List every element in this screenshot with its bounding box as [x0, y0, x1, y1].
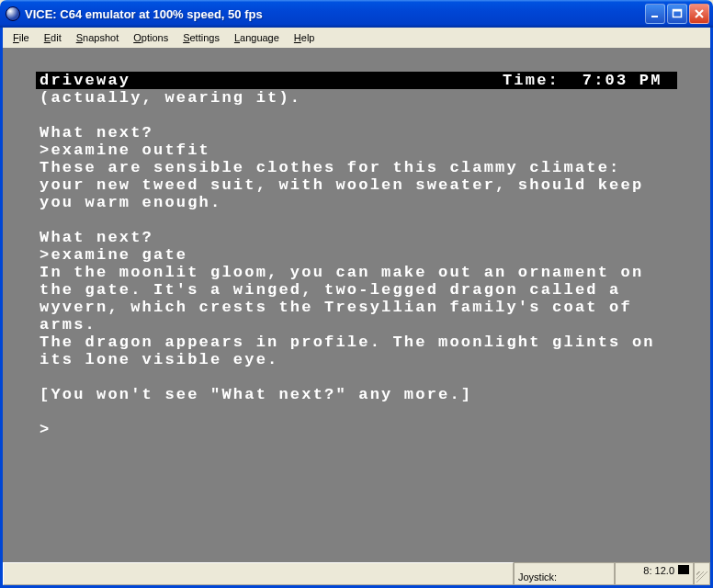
menu-item-language[interactable]: Language [227, 30, 287, 45]
game-text-line: >examine gate [36, 246, 677, 264]
c64-screen: driveway Time: 7:03 PM (actually, wearin… [36, 72, 677, 438]
statusbar-spacer [3, 562, 514, 585]
app-icon [6, 6, 20, 21]
game-text-line: [You won't see "What next?" any more.] [36, 386, 677, 403]
resize-grip[interactable] [694, 562, 710, 585]
svg-rect-2 [673, 10, 682, 12]
game-text-line: >examine outfit [36, 141, 677, 159]
drive-label: 8: 12.0 [643, 565, 674, 576]
game-block: > [36, 421, 677, 438]
game-text-line: In the moonlit gloom, you can make out a… [36, 264, 677, 334]
game-text-line: What next? [36, 229, 677, 246]
game-block: [You won't see "What next?" any more.] [36, 386, 677, 403]
joystick-label: Joystick: [518, 571, 557, 582]
game-line-after-status: (actually, wearing it). [36, 89, 677, 107]
menu-item-snapshot[interactable]: Snapshot [69, 30, 127, 45]
game-text-line: > [36, 421, 677, 438]
menu-item-file[interactable]: File [6, 30, 37, 45]
drive-led-icon [678, 565, 689, 574]
statusbar: Joystick: 8: 12.0 [0, 562, 713, 588]
minimize-button[interactable] [645, 4, 665, 24]
menu-item-help[interactable]: Help [287, 30, 323, 45]
game-text-line: What next? [36, 124, 677, 141]
game-transcript: What next?>examine outfitThese are sensi… [36, 124, 677, 438]
app-window: VICE: C64 emulator at 100% speed, 50 fps… [0, 0, 713, 588]
window-control-buttons [645, 4, 709, 24]
game-text-line: The dragon appears in profile. The moonl… [36, 334, 677, 368]
menubar: FileEditSnapshotOptionsSettingsLanguageH… [0, 28, 713, 48]
emulator-viewport[interactable]: driveway Time: 7:03 PM (actually, wearin… [0, 48, 713, 562]
game-block: What next?>examine outfitThese are sensi… [36, 124, 677, 211]
joystick-pane: Joystick: [514, 562, 615, 585]
menu-item-options[interactable]: Options [126, 30, 175, 45]
game-block: What next?>examine gateIn the moonlit gl… [36, 229, 677, 368]
game-location: driveway [40, 72, 503, 89]
titlebar: VICE: C64 emulator at 100% speed, 50 fps [0, 0, 713, 28]
drive-pane: 8: 12.0 [615, 562, 694, 585]
svg-rect-0 [651, 16, 658, 17]
game-status-line: driveway Time: 7:03 PM [36, 72, 677, 89]
menu-item-settings[interactable]: Settings [175, 30, 227, 45]
maximize-button[interactable] [667, 4, 687, 24]
game-text-line: These are sensible clothes for this clam… [36, 159, 677, 211]
window-title: VICE: C64 emulator at 100% speed, 50 fps [25, 7, 645, 21]
game-time: Time: 7:03 PM [503, 72, 673, 89]
menu-item-edit[interactable]: Edit [37, 30, 69, 45]
close-button[interactable] [689, 4, 709, 24]
